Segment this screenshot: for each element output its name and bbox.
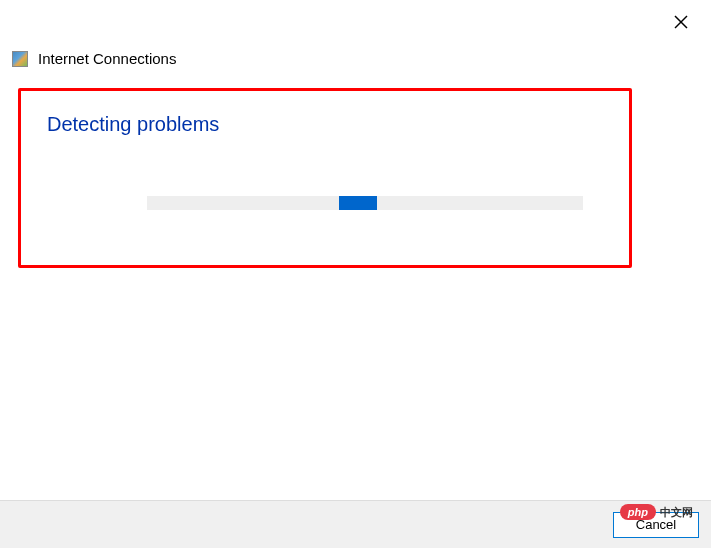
watermark-text: 中文网 bbox=[660, 505, 693, 520]
close-button[interactable] bbox=[671, 12, 691, 32]
dialog-header: Internet Connections bbox=[12, 50, 176, 67]
dialog-title: Internet Connections bbox=[38, 50, 176, 67]
close-icon bbox=[674, 15, 688, 29]
highlighted-region: Detecting problems bbox=[18, 88, 632, 268]
internet-connections-icon bbox=[12, 51, 28, 67]
dialog-footer: Cancel bbox=[0, 500, 711, 548]
progress-bar bbox=[147, 196, 583, 210]
watermark: php 中文网 bbox=[620, 504, 693, 520]
status-heading: Detecting problems bbox=[47, 113, 603, 136]
progress-indicator bbox=[339, 196, 377, 210]
watermark-badge: php bbox=[620, 504, 656, 520]
